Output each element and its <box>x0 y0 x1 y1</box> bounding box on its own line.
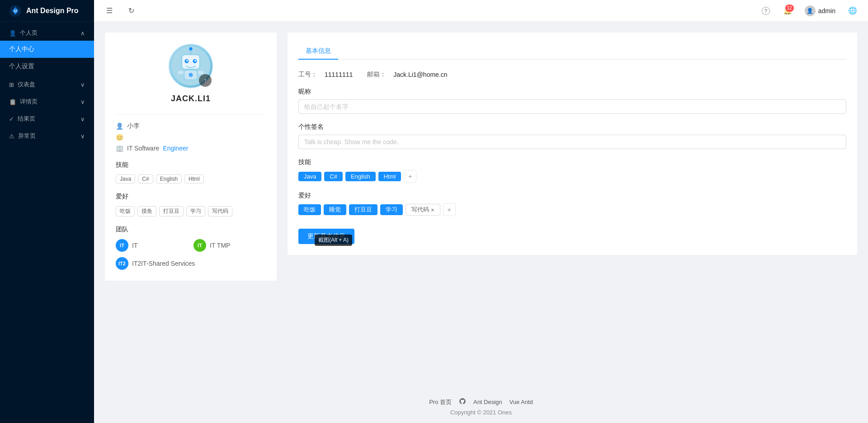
skill-tag-java: Java <box>116 174 135 183</box>
skill-tag-csharp: C# <box>138 174 153 183</box>
user-icon: 👤 <box>116 122 123 130</box>
team-avatar-it: IT <box>116 239 128 252</box>
form-id-email-row: 工号： 11111111 邮箱： Jack.Li1@home.cn <box>298 70 846 79</box>
chevron-down-icon-error: ∨ <box>80 133 85 140</box>
id-label: 工号： <box>298 70 317 79</box>
team-avatar-shared: IT2 <box>116 257 128 270</box>
sidebar: U Ant Design Pro 👤 个人页 ∧ 个人中心 个人设置 <box>0 0 94 423</box>
footer-copyright: Copyright © 2021 Ones <box>101 409 861 416</box>
skill-tag-english: English <box>156 174 182 183</box>
help-button[interactable]: ? <box>758 3 774 19</box>
screenshot-tooltip-text: 截图(Alt + A) <box>318 237 349 243</box>
menu-toggle-button[interactable]: ☰ <box>101 3 118 19</box>
team-item-it: IT IT <box>116 239 188 252</box>
user-menu[interactable]: 👤 admin <box>801 4 839 18</box>
smile-icon: 😊 <box>116 134 123 141</box>
menu-group-personal: 👤 个人页 ∧ 个人中心 个人设置 <box>0 24 94 75</box>
detail-icon: 📋 <box>9 99 16 105</box>
sidebar-item-result[interactable]: ✓ 结果页 ∨ <box>0 109 94 127</box>
skill-tag-html: Html <box>184 174 204 183</box>
form-tabs: 基本信息 <box>298 43 846 60</box>
hamburger-icon: ☰ <box>106 6 113 15</box>
header-left: ☰ ↻ <box>101 3 139 19</box>
add-skill-button[interactable]: + <box>404 170 416 183</box>
dashboard-icon: ⊞ <box>9 81 14 88</box>
hobby-code-label: 写代码 <box>411 206 429 214</box>
profile-avatar-section: ↑ JACK.LI1 <box>116 43 266 115</box>
hobby-tag-fish: 摸鱼 <box>137 206 156 216</box>
form-hobby-doudou: 打豆豆 <box>349 204 377 215</box>
notification-button[interactable]: 🔔 12 <box>779 3 796 19</box>
personal-icon: 👤 <box>9 30 16 37</box>
sidebar-item-personal-settings[interactable]: 个人设置 <box>0 58 94 75</box>
result-label: 结果页 <box>18 115 35 123</box>
profile-nickname: 小李 <box>127 122 140 130</box>
svg-rect-3 <box>182 55 200 69</box>
sidebar-item-personal-center[interactable]: 个人中心 <box>0 41 94 58</box>
plus-icon-hobby: + <box>448 206 451 213</box>
svg-rect-12 <box>178 71 184 74</box>
footer-link-pro[interactable]: Pro 首页 <box>429 398 452 406</box>
footer-link-vue[interactable]: Vue Antd <box>509 399 533 405</box>
hobby-tag-eat: 吃饭 <box>116 206 135 216</box>
sidebar-item-dashboard[interactable]: ⊞ 仪表盘 ∨ <box>0 75 94 92</box>
profile-info: 👤 小李 😊 🏢 IT Software Engineer <box>116 122 266 152</box>
chevron-up-icon: ∧ <box>80 30 85 37</box>
team-avatar-it-tmp: IT <box>193 239 206 252</box>
team-item-it-tmp: IT IT TMP <box>193 239 266 252</box>
profile-hobbies-section: 爱好 吃饭 摸鱼 打豆豆 学习 写代码 <box>116 193 266 216</box>
hobby-tag-code: 写代码 <box>208 206 232 216</box>
profile-hobbies-tags: 吃饭 摸鱼 打豆豆 学习 写代码 <box>116 206 266 216</box>
chevron-down-icon-result: ∨ <box>80 116 85 122</box>
avatar-upload-button[interactable]: ↑ <box>199 74 212 87</box>
refresh-button[interactable]: ↻ <box>123 3 139 19</box>
building-icon: 🏢 <box>116 145 123 152</box>
close-icon-hobby[interactable]: × <box>431 207 434 213</box>
nickname-input[interactable] <box>298 99 846 114</box>
sidebar-item-detail[interactable]: 📋 详情页 ∨ <box>0 92 94 109</box>
skills-tags: Java C# English Html + <box>298 170 846 183</box>
profile-username: JACK.LI1 <box>171 94 211 103</box>
question-icon: ? <box>762 7 770 15</box>
error-icon: ⚠ <box>9 133 14 140</box>
profile-emoji-item: 😊 <box>116 134 266 141</box>
notification-badge-count: 12 <box>785 5 794 12</box>
chevron-down-icon-dashboard: ∨ <box>80 81 85 88</box>
nickname-label: 昵称 <box>298 88 846 96</box>
hobbies-label: 爱好 <box>298 192 846 200</box>
form-skill-java: Java <box>298 172 321 181</box>
add-hobby-button[interactable]: + <box>443 203 456 216</box>
svg-rect-13 <box>198 71 204 74</box>
sidebar-logo: U Ant Design Pro <box>0 0 94 22</box>
footer: Pro 首页 Ant Design Vue Antd Copyright © 2… <box>94 390 868 423</box>
profile-skills-section: 技能 Java C# English Html <box>116 161 266 183</box>
sidebar-item-error[interactable]: ⚠ 异常页 ∨ <box>0 127 94 144</box>
result-icon: ✓ <box>9 116 14 122</box>
form-skill-english: English <box>345 172 376 181</box>
avatar-wrapper: ↑ <box>168 43 213 89</box>
plus-icon-skill: + <box>408 173 412 180</box>
form-panel: 基本信息 工号： 11111111 邮箱： Jack.Li1@home.cn 昵… <box>288 33 857 255</box>
skills-label: 技能 <box>298 158 846 166</box>
footer-link-ant[interactable]: Ant Design <box>473 399 502 405</box>
tab-basic-info[interactable]: 基本信息 <box>298 43 338 60</box>
id-value: 11111111 <box>325 71 353 78</box>
language-button[interactable]: 🌐 <box>844 3 861 19</box>
page-content: ↑ JACK.LI1 👤 小李 😊 🏢 <box>94 22 868 390</box>
team-name-shared: IT2IT-Shared Services <box>132 260 195 267</box>
form-hobby-sleep: 睡觉 <box>324 204 346 215</box>
upload-icon: ↑ <box>204 77 207 84</box>
email-label: 邮箱： <box>367 70 386 79</box>
svg-text:U: U <box>14 8 17 13</box>
profile-team-title: 团队 <box>116 226 266 234</box>
signature-input[interactable] <box>298 135 846 149</box>
menu-group-personal-title[interactable]: 👤 个人页 ∧ <box>0 24 94 41</box>
profile-job-prefix: IT Software <box>127 145 159 152</box>
svg-point-9 <box>189 47 192 51</box>
user-name: admin <box>818 7 835 14</box>
hobby-tag-doudou: 打豆豆 <box>159 206 184 216</box>
github-icon <box>459 398 466 406</box>
form-hobby-code: 写代码 × <box>406 204 440 216</box>
personal-center-label: 个人中心 <box>9 45 34 53</box>
app-title: Ant Design Pro <box>26 7 79 15</box>
